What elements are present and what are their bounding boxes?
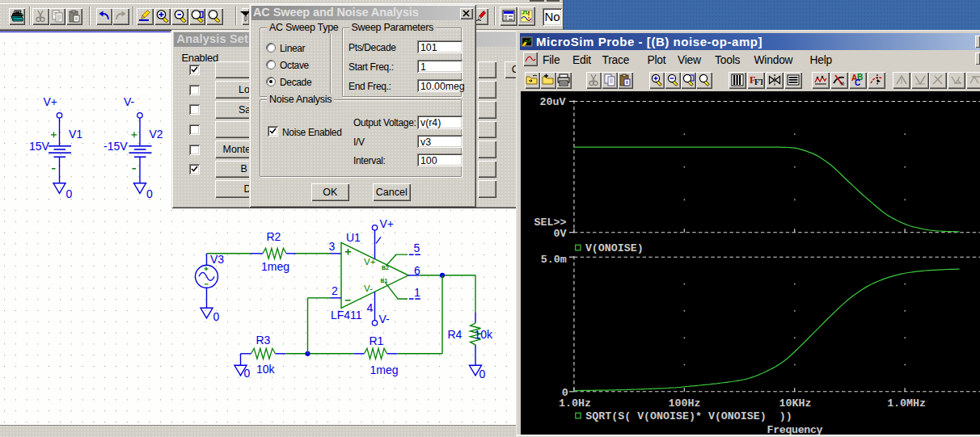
svg-text:0: 0 bbox=[66, 187, 73, 200]
svg-text:0: 0 bbox=[479, 368, 486, 380]
svg-text:SEL>>: SEL>> bbox=[534, 216, 566, 229]
svg-text:V1: V1 bbox=[69, 128, 82, 141]
svg-text:0: 0 bbox=[244, 367, 251, 380]
svg-text:1.0Hz: 1.0Hz bbox=[559, 397, 591, 410]
svg-text:0: 0 bbox=[213, 310, 220, 323]
svg-text:V+: V+ bbox=[364, 257, 376, 267]
svg-text:V+: V+ bbox=[380, 216, 395, 229]
svg-text:1: 1 bbox=[414, 286, 420, 299]
svg-text:V+: V+ bbox=[44, 95, 58, 108]
svg-text:5: 5 bbox=[414, 241, 420, 254]
svg-text:C: C bbox=[855, 78, 860, 86]
svg-text:LF411: LF411 bbox=[331, 308, 362, 321]
svg-text:R3: R3 bbox=[256, 334, 271, 347]
svg-text:V-: V- bbox=[124, 95, 135, 108]
svg-text:-15V: -15V bbox=[103, 140, 128, 153]
svg-text:1meg: 1meg bbox=[261, 259, 289, 272]
svg-text:B1: B1 bbox=[381, 278, 388, 284]
svg-text:V(ONOISE): V(ONOISE) bbox=[585, 242, 643, 254]
svg-text:Frequency: Frequency bbox=[767, 424, 822, 435]
svg-text:1.0MHz: 1.0MHz bbox=[887, 397, 926, 410]
svg-text:R2: R2 bbox=[267, 230, 281, 243]
svg-text:15V: 15V bbox=[29, 140, 50, 153]
svg-text:10k: 10k bbox=[256, 363, 276, 376]
svg-text:4: 4 bbox=[367, 300, 374, 313]
svg-text:2: 2 bbox=[332, 284, 338, 297]
svg-text:B2: B2 bbox=[382, 264, 389, 270]
svg-text:V3: V3 bbox=[210, 253, 224, 266]
svg-text:1meg: 1meg bbox=[370, 363, 399, 376]
svg-text:10k: 10k bbox=[475, 328, 494, 341]
svg-text:FT: FT bbox=[754, 78, 762, 86]
svg-text:3: 3 bbox=[329, 240, 336, 253]
svg-text:%: % bbox=[839, 81, 844, 86]
svg-text:0: 0 bbox=[146, 187, 153, 200]
svg-text:0V: 0V bbox=[553, 228, 566, 240]
svg-text:10KHz: 10KHz bbox=[779, 397, 811, 410]
svg-text:R4: R4 bbox=[448, 328, 463, 341]
svg-text:100Hz: 100Hz bbox=[668, 397, 700, 410]
svg-text:V-: V- bbox=[364, 283, 373, 292]
svg-text:SQRT(S( V(ONOISE)* V(ONOISE): SQRT(S( V(ONOISE)* V(ONOISE) )) bbox=[585, 410, 792, 422]
svg-text:5.0m: 5.0m bbox=[540, 254, 566, 266]
svg-text:V2: V2 bbox=[150, 128, 163, 141]
svg-text:V-: V- bbox=[379, 313, 391, 326]
svg-text:R1: R1 bbox=[370, 334, 384, 347]
svg-text:20uV: 20uV bbox=[539, 96, 565, 108]
svg-text:U1: U1 bbox=[346, 230, 361, 243]
